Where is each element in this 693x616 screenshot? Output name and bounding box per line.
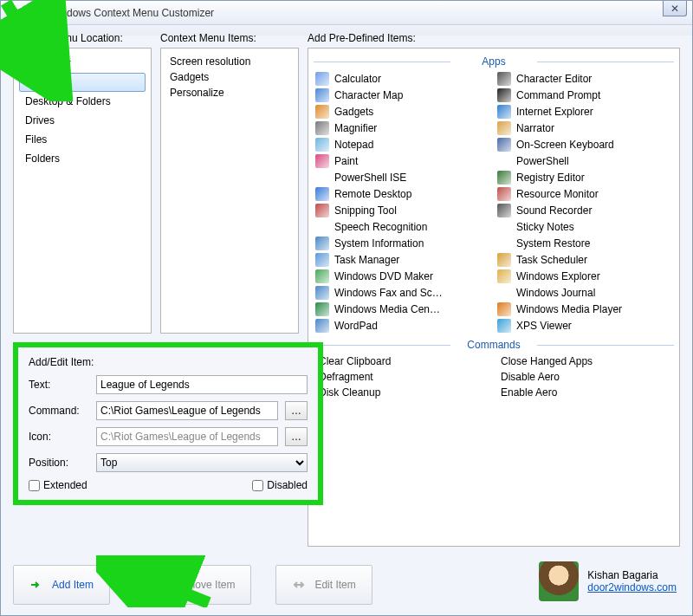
context-item[interactable]: Screen resolution bbox=[166, 54, 293, 69]
predefined-app-item[interactable]: Sticky Notes bbox=[495, 219, 674, 235]
location-item[interactable]: Desktop & Folders bbox=[19, 92, 146, 111]
app-icon bbox=[497, 302, 511, 316]
predefined-app-item[interactable]: Character Editor bbox=[495, 71, 674, 87]
predefined-app-item[interactable]: Windows Media Player bbox=[495, 302, 674, 317]
position-label: Position: bbox=[29, 457, 89, 469]
app-icon bbox=[497, 237, 511, 250]
disabled-checkbox[interactable] bbox=[252, 480, 263, 491]
predefined-app-item[interactable]: Paint bbox=[314, 153, 492, 169]
app-icon bbox=[315, 319, 329, 333]
add-item-button[interactable]: Add Item bbox=[13, 565, 110, 605]
predefined-app-item[interactable]: Calculator bbox=[314, 71, 492, 87]
predefined-app-item[interactable]: Gadgets bbox=[314, 104, 492, 120]
location-item[interactable]: Drives bbox=[19, 111, 146, 130]
app-window: Ultimate Windows Context Menu Customizer… bbox=[0, 0, 693, 616]
predefined-app-item[interactable]: Registry Editor bbox=[495, 170, 674, 185]
apps-grid: CalculatorCharacter EditorCharacter MapC… bbox=[314, 71, 674, 334]
predefined-column: Add Pre-Defined Items: Apps CalculatorCh… bbox=[308, 32, 680, 606]
location-label: Context Menu Location: bbox=[13, 32, 152, 44]
predefined-command-item[interactable]: Clear Clipboard bbox=[314, 354, 492, 368]
predefined-app-item[interactable]: Character Map bbox=[314, 88, 492, 103]
location-item[interactable]: Folders bbox=[19, 149, 146, 168]
predefined-app-item[interactable]: PowerShell ISE bbox=[314, 170, 492, 185]
app-label: System Restore bbox=[516, 237, 590, 250]
app-label: Windows Journal bbox=[516, 287, 595, 299]
predefined-command-item[interactable]: Close Hanged Apps bbox=[495, 354, 674, 368]
app-icon bbox=[315, 286, 329, 300]
predefined-app-item[interactable]: Windows Explorer bbox=[495, 269, 674, 284]
app-icon bbox=[315, 105, 329, 119]
app-label: Registry Editor bbox=[516, 172, 585, 184]
predefined-command-item[interactable]: Disable Aero bbox=[495, 370, 674, 384]
app-icon bbox=[315, 302, 329, 316]
predefined-app-item[interactable]: Snipping Tool bbox=[314, 203, 492, 218]
edit-item-button[interactable]: Edit Item bbox=[275, 565, 372, 605]
app-icon bbox=[315, 88, 329, 102]
text-label: Text: bbox=[29, 379, 89, 391]
predefined-app-item[interactable]: Speech Recognition bbox=[314, 219, 492, 235]
commands-group-header: Commands bbox=[314, 339, 674, 351]
app-icon bbox=[497, 138, 511, 152]
add-edit-panel: Add/Edit Item: Text: Command: … Icon: … … bbox=[13, 342, 323, 505]
remove-icon bbox=[151, 578, 165, 592]
command-browse-button[interactable]: … bbox=[285, 401, 308, 420]
app-icon bbox=[497, 269, 511, 283]
disabled-checkbox-label[interactable]: Disabled bbox=[252, 479, 308, 491]
app-icon bbox=[497, 286, 511, 300]
predefined-app-item[interactable]: On-Screen Keyboard bbox=[495, 137, 674, 152]
icon-browse-button[interactable]: … bbox=[285, 427, 308, 446]
predefined-app-item[interactable]: Sound Recorder bbox=[495, 203, 674, 218]
app-label: Windows Media Player bbox=[516, 303, 622, 315]
window-title: Ultimate Windows Context Menu Customizer bbox=[8, 7, 214, 19]
command-input[interactable] bbox=[96, 401, 278, 420]
author-link[interactable]: door2windows.com bbox=[587, 581, 677, 593]
close-button[interactable]: ✕ bbox=[663, 1, 687, 16]
text-input[interactable] bbox=[96, 375, 308, 394]
button-bar: Add Item Remove Item Edit Item bbox=[13, 565, 515, 605]
predefined-app-item[interactable]: WordPad bbox=[314, 318, 492, 334]
extended-checkbox-label[interactable]: Extended bbox=[29, 479, 87, 491]
predefined-app-item[interactable]: Command Prompt bbox=[495, 88, 674, 103]
predefined-app-item[interactable]: Windows Fax and Sc… bbox=[314, 285, 492, 301]
predefined-app-item[interactable]: Remote Desktop bbox=[314, 186, 492, 202]
position-select[interactable]: Top bbox=[96, 453, 308, 472]
location-item[interactable]: Computer bbox=[19, 54, 146, 73]
app-label: XPS Viewer bbox=[516, 320, 572, 332]
edit-item-label: Edit Item bbox=[314, 579, 355, 591]
predefined-app-item[interactable]: Narrator bbox=[495, 120, 674, 136]
predefined-app-item[interactable]: Resource Monitor bbox=[495, 186, 674, 202]
predefined-app-item[interactable]: Notepad bbox=[314, 137, 492, 152]
predefined-app-item[interactable]: Magnifier bbox=[314, 120, 492, 136]
app-icon bbox=[315, 253, 329, 267]
remove-item-button[interactable]: Remove Item bbox=[134, 565, 251, 605]
predefined-app-item[interactable]: Task Manager bbox=[314, 252, 492, 268]
app-label: Narrator bbox=[516, 122, 554, 134]
location-item[interactable]: Files bbox=[19, 130, 146, 149]
app-label: Snipping Tool bbox=[334, 204, 397, 217]
context-item[interactable]: Gadgets bbox=[166, 69, 293, 85]
app-icon bbox=[497, 121, 511, 135]
command-label: Command: bbox=[29, 405, 89, 417]
icon-input[interactable] bbox=[96, 427, 278, 446]
predefined-app-item[interactable]: System Information bbox=[314, 236, 492, 251]
predefined-app-item[interactable]: Internet Explorer bbox=[495, 104, 674, 120]
predefined-app-item[interactable]: System Restore bbox=[495, 236, 674, 251]
predefined-app-item[interactable]: Windows Media Cen… bbox=[314, 302, 492, 317]
predefined-command-item[interactable]: Defragment bbox=[314, 370, 492, 384]
predefined-app-item[interactable]: Windows Journal bbox=[495, 285, 674, 301]
predefined-command-item[interactable]: Disk Cleanup bbox=[314, 386, 492, 399]
predefined-app-item[interactable]: Windows DVD Maker bbox=[314, 269, 492, 284]
extended-checkbox[interactable] bbox=[29, 480, 40, 491]
app-label: System Information bbox=[334, 237, 424, 250]
location-item[interactable]: Desktop bbox=[19, 73, 146, 92]
app-icon bbox=[315, 138, 329, 152]
predefined-app-item[interactable]: Task Scheduler bbox=[495, 252, 674, 268]
app-label: Windows DVD Maker bbox=[334, 270, 433, 282]
predefined-app-item[interactable]: PowerShell bbox=[495, 153, 674, 169]
credit: Kishan Bagaria door2windows.com bbox=[539, 561, 677, 601]
author-name: Kishan Bagaria bbox=[587, 569, 657, 581]
app-icon bbox=[497, 105, 511, 119]
predefined-command-item[interactable]: Enable Aero bbox=[495, 386, 674, 399]
predefined-app-item[interactable]: XPS Viewer bbox=[495, 318, 674, 334]
context-item[interactable]: Personalize bbox=[166, 85, 293, 101]
